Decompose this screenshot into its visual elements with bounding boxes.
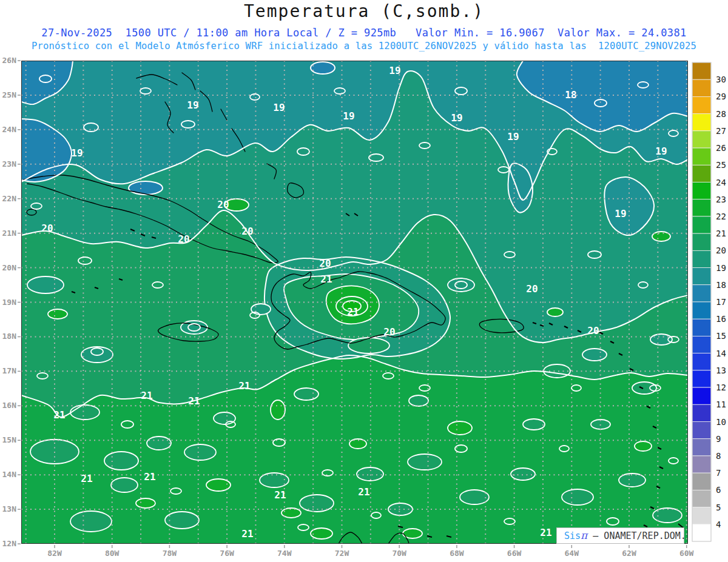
contour-label: 21 bbox=[238, 380, 250, 392]
contour-label: 21 bbox=[188, 395, 200, 407]
contour-label: 19 bbox=[655, 146, 667, 157]
shading-patch-20-21 bbox=[111, 478, 138, 492]
contour-label: 19 bbox=[71, 147, 83, 159]
colorbar-segment bbox=[692, 336, 711, 353]
lon-tick-label: 82W bbox=[47, 549, 62, 558]
watermark-org: – ONAMET/REP.DOM. bbox=[587, 530, 686, 541]
shading-patch-20-21 bbox=[460, 490, 489, 504]
shading-patch-20-21 bbox=[184, 444, 216, 460]
colorbar-tick-label: 4 bbox=[716, 520, 721, 529]
lat-tick-label: 24N bbox=[2, 125, 17, 134]
colorbar-segment bbox=[692, 302, 711, 319]
contour-label: 20 bbox=[526, 283, 538, 295]
lon-axis: 82W80W78W76W74W72W70W68W66W64W62W60W bbox=[47, 545, 693, 558]
colorbar-tick-label: 15 bbox=[716, 331, 726, 341]
shading-patch-20-21 bbox=[214, 412, 235, 424]
contour-label: 20 bbox=[41, 222, 53, 234]
lat-tick-label: 15N bbox=[2, 435, 17, 444]
colorbar-tick-label: 23 bbox=[716, 195, 726, 204]
lon-tick-label: 64W bbox=[565, 549, 579, 558]
colorbar-segment bbox=[692, 507, 711, 524]
lon-tick-label: 74W bbox=[277, 549, 292, 558]
colorbar-tick-label: 14 bbox=[716, 349, 726, 358]
colorbar-segment bbox=[692, 114, 711, 131]
colorbar-segment bbox=[692, 285, 711, 302]
colorbar-segment bbox=[692, 439, 711, 456]
colorbar-segment bbox=[692, 199, 711, 216]
shading-patch-20-21 bbox=[348, 338, 389, 353]
shading-patch-17-18 bbox=[311, 62, 335, 74]
contour-label: 20 bbox=[383, 326, 395, 338]
contour-label: 19 bbox=[451, 112, 462, 124]
shading-patch-20-21 bbox=[632, 382, 656, 394]
lon-tick-label: 78W bbox=[163, 549, 177, 558]
colorbar-segment bbox=[692, 268, 711, 285]
colorbar-segment bbox=[692, 473, 711, 490]
shading-patch-20-21 bbox=[562, 489, 593, 505]
shading-patch-22-23 bbox=[448, 421, 472, 435]
watermark: Sisπ – ONAMET/REP.DOM. bbox=[557, 528, 686, 544]
shading-patch-19-20 bbox=[181, 321, 207, 334]
lat-tick-label: 21N bbox=[2, 229, 17, 238]
colorbar-tick-label: 13 bbox=[716, 366, 726, 375]
contour-label: 20 bbox=[178, 233, 189, 245]
colorbar-tick-label: 5 bbox=[716, 503, 721, 512]
lat-tick-label: 14N bbox=[2, 470, 17, 479]
colorbar-tick-label: 28 bbox=[716, 109, 726, 119]
colorbar-tick-label: 8 bbox=[716, 451, 721, 461]
shading-patch-22-23 bbox=[271, 400, 285, 420]
colorbar-segment bbox=[692, 62, 711, 79]
colorbar-tick-label: 11 bbox=[716, 400, 726, 409]
shading-patch-20-21 bbox=[104, 452, 138, 470]
colorbar-segment bbox=[692, 148, 711, 165]
colorbar-tick-label: 21 bbox=[716, 229, 726, 238]
contour-label: 19 bbox=[187, 99, 198, 111]
shading-patch-22-23 bbox=[311, 528, 332, 539]
colorbar-segment bbox=[692, 131, 711, 148]
colorbar-segment bbox=[692, 182, 711, 199]
colorbar-segment bbox=[692, 404, 711, 421]
colorbar-segment bbox=[692, 250, 711, 267]
lat-tick-label: 17N bbox=[2, 366, 17, 375]
colorbar-segment bbox=[692, 96, 711, 113]
colorbar-segment bbox=[692, 370, 711, 387]
contour-label: 21 bbox=[358, 486, 369, 498]
lat-tick-label: 20N bbox=[2, 263, 17, 272]
shading-patch-20-21 bbox=[70, 511, 112, 532]
contour-label: 21 bbox=[144, 471, 155, 483]
colorbar-tick-label: 20 bbox=[716, 246, 726, 255]
shading-patch-20-21 bbox=[653, 508, 682, 523]
shading-patch-19-20 bbox=[81, 347, 113, 363]
colorbar-tick-label: 25 bbox=[716, 160, 726, 170]
colorbar-tick-label: 19 bbox=[716, 263, 726, 273]
contour-label: 21 bbox=[53, 409, 65, 421]
contour-label: 20 bbox=[587, 325, 599, 336]
contour-label: 18 bbox=[565, 89, 576, 101]
colorbar-segment bbox=[692, 387, 711, 404]
colorbar-segment bbox=[692, 422, 711, 439]
contour-label: 21 bbox=[141, 390, 152, 401]
shading-patch-20-21 bbox=[523, 419, 545, 430]
contour-label: 19 bbox=[343, 110, 354, 122]
lon-tick-label: 60W bbox=[679, 549, 694, 558]
watermark-sis: Sis bbox=[564, 530, 581, 541]
shading-patch-19-20 bbox=[582, 349, 607, 361]
contour-label: 19 bbox=[507, 131, 519, 142]
contour-label: 20 bbox=[319, 258, 331, 269]
lon-tick-label: 68W bbox=[450, 549, 464, 558]
shading-patch-20-21 bbox=[147, 437, 171, 450]
lon-tick-label: 70W bbox=[392, 549, 406, 558]
colorbar-tick-label: 10 bbox=[716, 417, 726, 427]
contour-label: 21 bbox=[241, 528, 253, 540]
lat-tick-label: 26N bbox=[2, 56, 17, 65]
colorbar-tick-label: 22 bbox=[716, 212, 726, 221]
lat-tick-label: 16N bbox=[2, 401, 17, 410]
lon-tick-label: 66W bbox=[507, 549, 522, 558]
contour-label: 20 bbox=[241, 226, 253, 237]
shading-patch-20-21 bbox=[619, 473, 645, 487]
shading-patch-22-23 bbox=[547, 308, 563, 316]
colorbar-segment bbox=[692, 456, 711, 473]
colorbar-tick-label: 16 bbox=[716, 314, 726, 324]
colorbar-tick-label: 6 bbox=[716, 485, 721, 495]
colorbar-segment bbox=[692, 79, 711, 96]
